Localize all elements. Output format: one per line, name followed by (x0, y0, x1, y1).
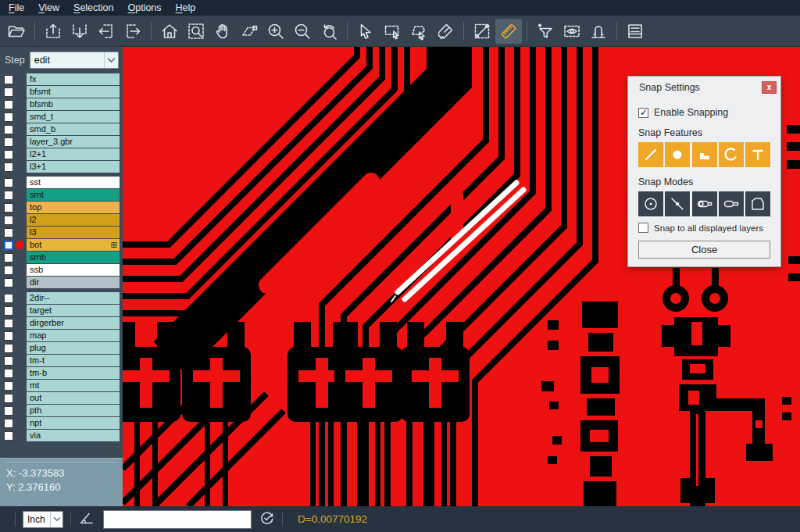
layer-row-smd_b[interactable]: smd_b (0, 123, 123, 135)
snap-surface-button[interactable] (692, 142, 717, 167)
layer-label[interactable]: ssb (27, 264, 120, 276)
layer-row-plug[interactable]: plug (0, 342, 123, 354)
layer-row-map[interactable]: map (0, 330, 123, 341)
layer-row-smt[interactable]: smt (0, 189, 123, 201)
zoom-polygon-icon[interactable] (236, 19, 262, 44)
zoom-home-icon[interactable] (156, 19, 183, 44)
menu-view[interactable]: View (31, 0, 66, 16)
dialog-title-bar[interactable]: Snap Settings x (628, 77, 780, 98)
layer-label[interactable]: plug (27, 342, 120, 354)
measure-ruler-icon[interactable] (495, 19, 522, 44)
layer-checkbox[interactable] (4, 112, 13, 122)
chevron-down-icon[interactable] (104, 52, 118, 68)
snap-center-button[interactable] (638, 191, 663, 216)
snap-circle-button[interactable] (665, 142, 690, 167)
layer-row-smd_t[interactable]: smd_t (0, 111, 123, 123)
layer-checkbox[interactable] (4, 331, 13, 341)
chevron-down-icon[interactable] (50, 512, 62, 527)
layer-checkbox[interactable] (4, 150, 13, 159)
layer-label[interactable]: bfsmb (27, 98, 120, 110)
layer-checkbox[interactable] (4, 344, 13, 353)
measure-line-icon[interactable] (469, 19, 495, 44)
layer-label[interactable]: smb (27, 252, 120, 263)
layer-label[interactable]: tm-b (27, 367, 120, 379)
snap-text-button[interactable] (745, 142, 770, 167)
layer-row-l2+1[interactable]: l2+1 (0, 148, 123, 160)
layer-label[interactable]: l2+1 (27, 148, 120, 160)
zoom-out-icon[interactable] (289, 19, 316, 44)
layer-checkbox[interactable] (4, 278, 13, 287)
layer-checkbox[interactable] (4, 100, 13, 109)
layer-row-l3+1[interactable]: l3+1 (0, 161, 123, 173)
layer-label[interactable]: fx (27, 73, 120, 85)
layer-row-2dir--[interactable]: 2dir-- (0, 292, 123, 304)
snap-line-button[interactable] (638, 142, 663, 167)
layer-checkbox[interactable] (4, 137, 13, 147)
layer-label[interactable]: via (27, 430, 120, 441)
select-rectangle-icon[interactable] (379, 19, 405, 44)
layer-row-bfsmt[interactable]: bfsmt (0, 86, 123, 98)
layer-checkbox[interactable] (4, 406, 13, 416)
layer-label[interactable]: dir (27, 277, 120, 288)
layer-label[interactable]: smt (27, 189, 120, 201)
layer-label[interactable]: npt (27, 417, 120, 429)
layer-checkbox[interactable] (4, 381, 13, 391)
pan-right-icon[interactable] (120, 19, 146, 44)
filter-icon[interactable] (532, 19, 559, 44)
menu-options[interactable]: Options (120, 0, 168, 16)
snap-loop-icon[interactable] (585, 19, 612, 44)
layer-row-fx[interactable]: fx (0, 73, 123, 85)
snap-slot-edge-button[interactable] (719, 191, 744, 216)
layer-checkbox[interactable] (4, 356, 13, 366)
layer-checkbox[interactable] (4, 125, 13, 134)
view-box-eye-icon[interactable] (559, 19, 585, 44)
layer-row-out[interactable]: out (0, 392, 123, 404)
layer-label[interactable]: mt (27, 380, 120, 391)
layer-checkbox[interactable] (4, 319, 13, 328)
layer-checkbox[interactable] (4, 266, 13, 275)
layer-label[interactable]: l2 (27, 214, 120, 226)
layer-row-bot[interactable]: bot⊞ (0, 239, 123, 251)
snap-slot-end-button[interactable] (692, 191, 717, 216)
pan-down-icon[interactable] (66, 19, 93, 44)
menu-file[interactable]: File (2, 0, 31, 16)
snap-vertex-button[interactable] (745, 191, 770, 216)
dialog-close-icon[interactable]: x (762, 81, 777, 94)
pan-left-icon[interactable] (93, 19, 120, 44)
layer-label[interactable]: 2dir-- (27, 292, 120, 304)
layer-label[interactable]: smd_t (27, 111, 120, 123)
layer-row-layer_3.gbr[interactable]: layer_3.gbr (0, 136, 123, 148)
layer-row-l3[interactable]: l3 (0, 227, 123, 238)
layer-checkbox[interactable] (4, 228, 13, 237)
layer-label[interactable]: sst (27, 177, 120, 188)
unit-select[interactable]: Inch (23, 511, 63, 528)
close-button[interactable]: Close (638, 241, 770, 259)
layer-row-target[interactable]: target (0, 305, 123, 316)
layer-label[interactable]: bot⊞ (27, 239, 120, 251)
menu-selection[interactable]: Selection (66, 0, 120, 16)
layer-label[interactable]: tm-t (27, 355, 120, 366)
layer-label[interactable]: pth (27, 405, 120, 416)
grid-icon[interactable]: ⊞ (111, 239, 117, 251)
layer-label[interactable]: target (27, 305, 120, 316)
snap-all-layers-checkbox[interactable] (638, 223, 648, 233)
zoom-area-icon[interactable] (183, 19, 209, 44)
layer-row-tm-t[interactable]: tm-t (0, 355, 123, 366)
layer-row-top[interactable]: top (0, 202, 123, 213)
layer-row-dir[interactable]: dir (0, 277, 123, 288)
layer-label[interactable]: top (27, 202, 120, 213)
layer-checkbox[interactable] (4, 394, 13, 403)
layer-label[interactable]: map (27, 330, 120, 341)
select-polygon-icon[interactable] (405, 19, 432, 44)
snap-midpoint-button[interactable] (665, 191, 690, 216)
layer-row-ssb[interactable]: ssb (0, 264, 123, 276)
layer-checkbox[interactable] (4, 294, 13, 303)
layer-checkbox[interactable] (4, 162, 13, 172)
layer-label[interactable]: l3 (27, 227, 120, 238)
layer-row-via[interactable]: via (0, 430, 123, 441)
zoom-previous-icon[interactable] (316, 19, 342, 44)
layer-checkbox[interactable] (4, 216, 13, 225)
pan-up-icon[interactable] (40, 19, 66, 44)
layer-row-l2[interactable]: l2 (0, 214, 123, 226)
layer-checkbox[interactable] (4, 203, 13, 212)
